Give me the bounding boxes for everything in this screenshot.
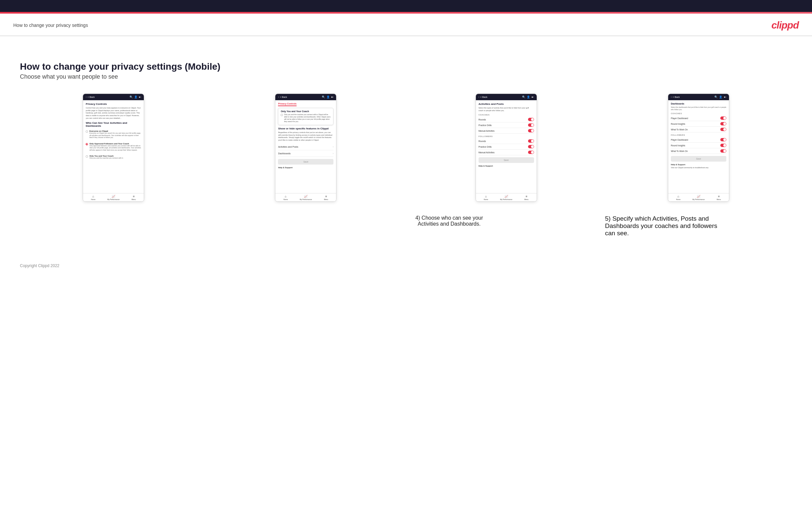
- captions-row: 4) Choose who can see your Activities an…: [413, 208, 793, 237]
- bottom-nav-performance-4[interactable]: 📈 My Performance: [689, 195, 709, 201]
- nav-icons-2: 🔍 👤 ●›: [322, 96, 334, 99]
- more-icon-3[interactable]: ●›: [531, 96, 534, 99]
- caption-3-wrapper: 4) Choose who can see your Activities an…: [413, 208, 600, 237]
- popup-radio: [281, 114, 283, 116]
- activities-title: Activities and Posts: [478, 103, 534, 106]
- save-button-4[interactable]: Save: [671, 156, 726, 162]
- save-button-2[interactable]: Save: [278, 159, 334, 165]
- followers-insights-toggle[interactable]: [720, 144, 726, 147]
- menu-icon-4: ≡: [718, 195, 720, 198]
- copyright: Copyright Clippd 2022: [20, 264, 59, 268]
- page-title: How to change your privacy settings (Mob…: [20, 61, 792, 72]
- followers-drills-row: Practice Drills: [478, 144, 534, 150]
- bottom-nav-performance-3[interactable]: 📈 My Performance: [496, 195, 516, 201]
- phone-content-3: Activities and Posts Select the types of…: [476, 100, 537, 193]
- coaches-workon-label: What To Work On: [671, 128, 688, 131]
- caption-3: 4) Choose who can see your Activities an…: [413, 215, 486, 227]
- screen4-col: ‹ < Back 🔍 👤 ●› Dashboards: [605, 94, 792, 202]
- back-icon-1: ‹: [86, 96, 86, 98]
- radio-circle-followers: [86, 143, 88, 145]
- radio-desc-everyone: Everyone on Clippd can search for you an…: [89, 132, 141, 139]
- privacy-controls-desc: Control how you and your data appears to…: [86, 107, 141, 119]
- bottom-nav-home-2[interactable]: ⌂ Home: [275, 195, 296, 201]
- followers-insights-row: Round Insights: [671, 143, 726, 148]
- followers-manual-toggle[interactable]: [528, 151, 534, 154]
- help-label-3: Help & Support: [478, 165, 534, 167]
- header-divider: [0, 36, 812, 36]
- breadcrumb: How to change your privacy settings: [13, 22, 88, 28]
- back-button-1[interactable]: ‹ < Back: [86, 96, 95, 98]
- followers-player-row: Player Dashboard: [671, 137, 726, 143]
- followers-workon-toggle[interactable]: [720, 149, 726, 153]
- profile-icon-2[interactable]: 👤: [326, 96, 330, 99]
- coaches-insights-toggle[interactable]: [720, 122, 726, 125]
- more-icon-4[interactable]: ●›: [724, 96, 726, 99]
- menu-label-4: Menu: [717, 199, 721, 201]
- logo: clippd: [771, 19, 799, 31]
- bottom-nav-menu-4[interactable]: ≡ Menu: [709, 195, 729, 201]
- privacy-tab-2[interactable]: Privacy Controls: [278, 103, 297, 106]
- activities-text: Select the types of activity that you'd …: [478, 107, 534, 112]
- bottom-nav-menu-2[interactable]: ≡ Menu: [316, 195, 336, 201]
- menu-activities[interactable]: Activities and Posts ›: [278, 144, 334, 150]
- home-icon-1: ⌂: [92, 195, 94, 198]
- followers-rounds-row: Rounds: [478, 138, 534, 144]
- show-hide-title: Show or hide specific features in Clippd: [278, 127, 334, 130]
- search-icon-1[interactable]: 🔍: [130, 96, 133, 99]
- radio-circle-everyone: [86, 130, 88, 133]
- followers-label-4: FOLLOWERS: [671, 134, 726, 136]
- phone-nav-4: ‹ < Back 🔍 👤 ●›: [668, 94, 729, 100]
- followers-rounds-toggle[interactable]: [528, 139, 534, 143]
- back-button-4[interactable]: ‹ < Back: [671, 96, 680, 98]
- search-icon-4[interactable]: 🔍: [714, 96, 718, 99]
- bottom-nav-home-4[interactable]: ⌂ Home: [668, 195, 689, 201]
- profile-icon-1[interactable]: 👤: [134, 96, 138, 99]
- home-icon-3: ⌂: [485, 195, 487, 198]
- search-icon-2[interactable]: 🔍: [322, 96, 325, 99]
- followers-drills-toggle[interactable]: [528, 145, 534, 148]
- screenshot-group-1: ‹ < Back 🔍 👤 ●› Privacy Controls: [20, 94, 400, 202]
- more-icon-2[interactable]: ●›: [331, 96, 334, 99]
- header: How to change your privacy settings clip…: [0, 14, 812, 36]
- bottom-nav-menu-1[interactable]: ≡ Menu: [123, 195, 144, 201]
- performance-icon-3: 📈: [504, 195, 508, 198]
- radio-option-everyone[interactable]: Everyone on Clippd Everyone on Clippd ca…: [86, 129, 141, 140]
- radio-circle-coach: [86, 155, 88, 158]
- who-can-see-title: Who Can See Your Activities and Dashboar…: [86, 121, 141, 127]
- bottom-nav-home-3[interactable]: ⌂ Home: [476, 195, 496, 201]
- coaches-drills-toggle[interactable]: [528, 123, 534, 127]
- main-content: How to change your privacy settings (Mob…: [0, 48, 812, 257]
- back-icon-2: ‹: [278, 96, 278, 98]
- back-button-3[interactable]: ‹ < Back: [478, 96, 488, 98]
- phone-nav-1: ‹ < Back 🔍 👤 ●›: [83, 94, 144, 100]
- screens-3-4: ‹ < Back 🔍 👤 ●› Activities and Posts: [413, 94, 793, 202]
- bottom-nav-home-1[interactable]: ⌂ Home: [83, 195, 103, 201]
- followers-player-toggle[interactable]: [720, 138, 726, 142]
- phone-bottom-nav-2: ⌂ Home 📈 My Performance ≡ Menu: [275, 193, 336, 202]
- search-icon-3[interactable]: 🔍: [522, 96, 525, 99]
- bottom-nav-performance-2[interactable]: 📈 My Performance: [296, 195, 316, 201]
- more-icon-1[interactable]: ●›: [139, 96, 142, 99]
- home-label-3: Home: [484, 199, 488, 201]
- coaches-manual-toggle[interactable]: [528, 129, 534, 132]
- coaches-player-toggle[interactable]: [720, 116, 726, 120]
- phone-nav-2: ‹ < Back 🔍 👤 ●›: [275, 94, 336, 100]
- radio-option-followers[interactable]: Only Approved Followers and Your Coach O…: [86, 142, 141, 153]
- phone-content-1: Privacy Controls Control how you and you…: [83, 100, 144, 193]
- bottom-nav-menu-3[interactable]: ≡ Menu: [516, 195, 537, 201]
- coaches-workon-toggle[interactable]: [720, 128, 726, 131]
- save-button-3[interactable]: Save: [478, 157, 534, 163]
- home-label-1: Home: [91, 199, 95, 201]
- profile-icon-3[interactable]: 👤: [527, 96, 530, 99]
- radio-option-coach[interactable]: Only You and Your Coach Only you and the…: [86, 154, 141, 161]
- menu-dashboards[interactable]: Dashboards ›: [278, 150, 334, 157]
- bottom-nav-performance-1[interactable]: 📈 My Performance: [103, 195, 123, 201]
- profile-icon-4[interactable]: 👤: [719, 96, 722, 99]
- coaches-workon-row: What To Work On: [671, 127, 726, 132]
- phone-content-2: Privacy Controls Only You and Your Coach…: [275, 100, 336, 193]
- back-icon-3: ‹: [478, 96, 479, 98]
- back-button-2[interactable]: ‹ < Back: [278, 96, 287, 98]
- coaches-player-label: Player Dashboard: [671, 117, 688, 119]
- coaches-rounds-toggle[interactable]: [528, 118, 534, 121]
- menu-icon-2: ≡: [325, 195, 327, 198]
